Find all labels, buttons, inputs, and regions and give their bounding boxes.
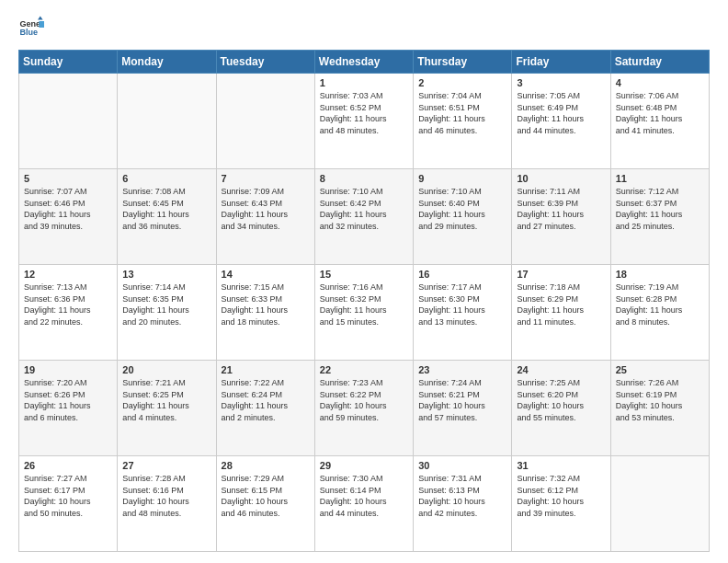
day-info: Sunrise: 7:13 AM Sunset: 6:36 PM Dayligh… xyxy=(24,282,112,327)
day-number: 8 xyxy=(320,173,408,184)
calendar-cell xyxy=(216,74,314,169)
calendar-cell: 17Sunrise: 7:18 AM Sunset: 6:29 PM Dayli… xyxy=(512,265,610,361)
day-info: Sunrise: 7:10 AM Sunset: 6:42 PM Dayligh… xyxy=(320,186,408,232)
day-info: Sunrise: 7:15 AM Sunset: 6:33 PM Dayligh… xyxy=(222,282,310,327)
weekday-header-saturday: Saturday xyxy=(610,51,709,74)
day-number: 20 xyxy=(122,364,210,375)
day-info: Sunrise: 7:08 AM Sunset: 6:45 PM Dayligh… xyxy=(122,186,210,232)
day-info: Sunrise: 7:25 AM Sunset: 6:20 PM Dayligh… xyxy=(517,377,605,423)
calendar-week-3: 19Sunrise: 7:20 AM Sunset: 6:26 PM Dayli… xyxy=(19,361,710,456)
day-number: 27 xyxy=(122,460,210,471)
day-number: 16 xyxy=(418,269,506,280)
calendar-cell: 20Sunrise: 7:21 AM Sunset: 6:25 PM Dayli… xyxy=(118,361,216,456)
calendar-cell: 28Sunrise: 7:29 AM Sunset: 6:15 PM Dayli… xyxy=(216,456,314,552)
calendar-cell: 14Sunrise: 7:15 AM Sunset: 6:33 PM Dayli… xyxy=(216,265,314,361)
calendar-cell: 13Sunrise: 7:14 AM Sunset: 6:35 PM Dayli… xyxy=(118,265,216,361)
day-number: 28 xyxy=(222,460,310,471)
day-number: 5 xyxy=(24,173,112,184)
day-number: 18 xyxy=(616,269,704,280)
calendar-cell xyxy=(610,456,709,552)
day-info: Sunrise: 7:14 AM Sunset: 6:35 PM Dayligh… xyxy=(122,282,210,327)
calendar-cell: 26Sunrise: 7:27 AM Sunset: 6:17 PM Dayli… xyxy=(19,456,118,552)
day-info: Sunrise: 7:03 AM Sunset: 6:52 PM Dayligh… xyxy=(320,90,408,136)
calendar-cell: 16Sunrise: 7:17 AM Sunset: 6:30 PM Dayli… xyxy=(414,265,512,361)
calendar-cell: 21Sunrise: 7:22 AM Sunset: 6:24 PM Dayli… xyxy=(216,361,314,456)
day-info: Sunrise: 7:04 AM Sunset: 6:51 PM Dayligh… xyxy=(418,90,506,136)
day-info: Sunrise: 7:06 AM Sunset: 6:48 PM Dayligh… xyxy=(616,90,704,136)
svg-text:Blue: Blue xyxy=(19,28,38,37)
calendar-week-2: 12Sunrise: 7:13 AM Sunset: 6:36 PM Dayli… xyxy=(19,265,710,361)
day-number: 12 xyxy=(24,269,112,280)
day-info: Sunrise: 7:30 AM Sunset: 6:14 PM Dayligh… xyxy=(320,473,408,519)
day-number: 2 xyxy=(418,77,506,88)
day-number: 22 xyxy=(320,364,408,375)
calendar-cell: 24Sunrise: 7:25 AM Sunset: 6:20 PM Dayli… xyxy=(512,361,610,456)
calendar-cell: 3Sunrise: 7:05 AM Sunset: 6:49 PM Daylig… xyxy=(512,74,610,169)
day-number: 3 xyxy=(517,77,605,88)
calendar-cell: 8Sunrise: 7:10 AM Sunset: 6:42 PM Daylig… xyxy=(314,169,413,265)
day-number: 14 xyxy=(222,269,310,280)
day-number: 31 xyxy=(517,460,605,471)
svg-marker-2 xyxy=(38,16,43,19)
page: General Blue SundayMondayTuesdayWednesda… xyxy=(0,0,728,563)
calendar-week-1: 5Sunrise: 7:07 AM Sunset: 6:46 PM Daylig… xyxy=(19,169,710,265)
calendar-cell: 10Sunrise: 7:11 AM Sunset: 6:39 PM Dayli… xyxy=(512,169,610,265)
day-info: Sunrise: 7:05 AM Sunset: 6:49 PM Dayligh… xyxy=(517,90,605,136)
day-number: 24 xyxy=(517,364,605,375)
day-info: Sunrise: 7:24 AM Sunset: 6:21 PM Dayligh… xyxy=(418,377,506,423)
day-number: 30 xyxy=(418,460,506,471)
weekday-header-tuesday: Tuesday xyxy=(216,51,314,74)
calendar-cell: 9Sunrise: 7:10 AM Sunset: 6:40 PM Daylig… xyxy=(414,169,512,265)
day-info: Sunrise: 7:09 AM Sunset: 6:43 PM Dayligh… xyxy=(222,186,310,232)
day-number: 13 xyxy=(122,269,210,280)
day-info: Sunrise: 7:32 AM Sunset: 6:12 PM Dayligh… xyxy=(517,473,605,519)
calendar-cell: 31Sunrise: 7:32 AM Sunset: 6:12 PM Dayli… xyxy=(512,456,610,552)
weekday-header-row: SundayMondayTuesdayWednesdayThursdayFrid… xyxy=(19,51,710,74)
day-number: 17 xyxy=(517,269,605,280)
day-info: Sunrise: 7:10 AM Sunset: 6:40 PM Dayligh… xyxy=(418,186,506,232)
day-number: 4 xyxy=(616,77,704,88)
day-info: Sunrise: 7:12 AM Sunset: 6:37 PM Dayligh… xyxy=(616,186,704,232)
day-number: 26 xyxy=(24,460,112,471)
logo-icon: General Blue xyxy=(18,15,44,40)
day-info: Sunrise: 7:22 AM Sunset: 6:24 PM Dayligh… xyxy=(222,377,310,423)
svg-marker-3 xyxy=(39,21,44,28)
calendar-cell: 30Sunrise: 7:31 AM Sunset: 6:13 PM Dayli… xyxy=(414,456,512,552)
day-info: Sunrise: 7:11 AM Sunset: 6:39 PM Dayligh… xyxy=(517,186,605,232)
weekday-header-friday: Friday xyxy=(512,51,610,74)
weekday-header-thursday: Thursday xyxy=(414,51,512,74)
day-info: Sunrise: 7:26 AM Sunset: 6:19 PM Dayligh… xyxy=(616,377,704,423)
day-info: Sunrise: 7:18 AM Sunset: 6:29 PM Dayligh… xyxy=(517,282,605,327)
calendar-cell: 19Sunrise: 7:20 AM Sunset: 6:26 PM Dayli… xyxy=(19,361,118,456)
calendar-cell: 12Sunrise: 7:13 AM Sunset: 6:36 PM Dayli… xyxy=(19,265,118,361)
weekday-header-wednesday: Wednesday xyxy=(314,51,413,74)
day-number: 19 xyxy=(24,364,112,375)
day-number: 25 xyxy=(616,364,704,375)
calendar-week-4: 26Sunrise: 7:27 AM Sunset: 6:17 PM Dayli… xyxy=(19,456,710,552)
calendar-cell: 15Sunrise: 7:16 AM Sunset: 6:32 PM Dayli… xyxy=(314,265,413,361)
calendar-cell: 25Sunrise: 7:26 AM Sunset: 6:19 PM Dayli… xyxy=(610,361,709,456)
calendar-cell: 18Sunrise: 7:19 AM Sunset: 6:28 PM Dayli… xyxy=(610,265,709,361)
calendar-table: SundayMondayTuesdayWednesdayThursdayFrid… xyxy=(18,50,710,552)
day-number: 15 xyxy=(320,269,408,280)
calendar-cell: 4Sunrise: 7:06 AM Sunset: 6:48 PM Daylig… xyxy=(610,74,709,169)
day-number: 7 xyxy=(222,173,310,184)
day-info: Sunrise: 7:07 AM Sunset: 6:46 PM Dayligh… xyxy=(24,186,112,232)
calendar-cell: 11Sunrise: 7:12 AM Sunset: 6:37 PM Dayli… xyxy=(610,169,709,265)
day-info: Sunrise: 7:29 AM Sunset: 6:15 PM Dayligh… xyxy=(222,473,310,519)
day-number: 21 xyxy=(222,364,310,375)
day-number: 9 xyxy=(418,173,506,184)
day-info: Sunrise: 7:19 AM Sunset: 6:28 PM Dayligh… xyxy=(616,282,704,327)
calendar-cell xyxy=(19,74,118,169)
day-number: 23 xyxy=(418,364,506,375)
weekday-header-sunday: Sunday xyxy=(19,51,118,74)
day-info: Sunrise: 7:17 AM Sunset: 6:30 PM Dayligh… xyxy=(418,282,506,327)
day-number: 1 xyxy=(320,77,408,88)
calendar-cell: 29Sunrise: 7:30 AM Sunset: 6:14 PM Dayli… xyxy=(314,456,413,552)
day-number: 10 xyxy=(517,173,605,184)
day-number: 29 xyxy=(320,460,408,471)
calendar-cell: 1Sunrise: 7:03 AM Sunset: 6:52 PM Daylig… xyxy=(314,74,413,169)
day-info: Sunrise: 7:20 AM Sunset: 6:26 PM Dayligh… xyxy=(24,377,112,423)
calendar-cell: 27Sunrise: 7:28 AM Sunset: 6:16 PM Dayli… xyxy=(118,456,216,552)
calendar-cell: 6Sunrise: 7:08 AM Sunset: 6:45 PM Daylig… xyxy=(118,169,216,265)
